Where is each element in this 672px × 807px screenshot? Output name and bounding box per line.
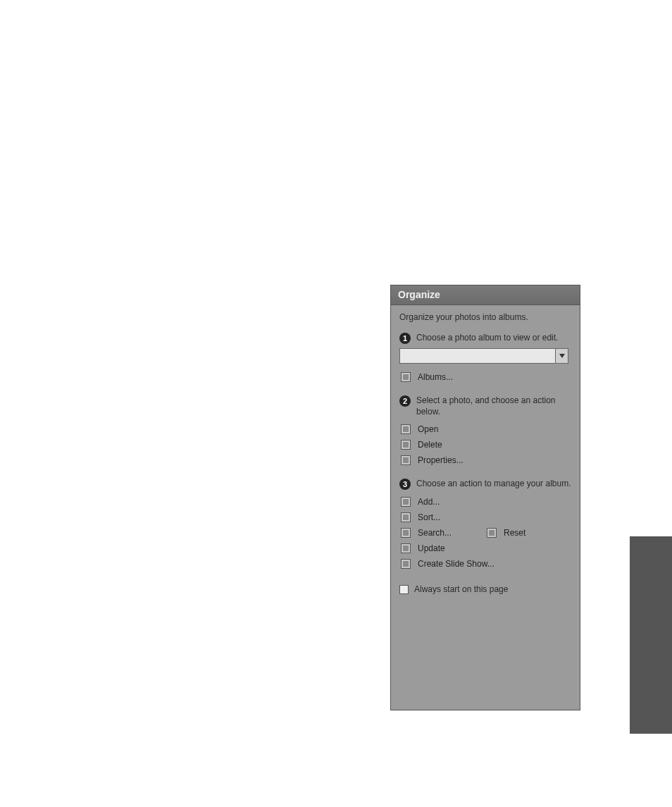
- step-1-text: Choose a photo album to view or edit.: [416, 332, 558, 343]
- chevron-down-icon: [559, 354, 565, 358]
- search-option[interactable]: Search...: [399, 525, 485, 541]
- step-2-section: 2 Select a photo, and choose an action b…: [399, 395, 571, 468]
- delete-icon: [401, 440, 411, 450]
- album-dropdown-button[interactable]: [555, 349, 568, 363]
- step-2-head: 2 Select a photo, and choose an action b…: [399, 395, 571, 417]
- search-reset-row: Search... Reset: [399, 525, 571, 541]
- step-1-head: 1 Choose a photo album to view or edit.: [399, 332, 571, 344]
- update-label: Update: [418, 543, 445, 553]
- delete-label: Delete: [418, 440, 442, 450]
- always-start-label: Always start on this page: [414, 584, 508, 594]
- step-3-number-icon: 3: [399, 479, 411, 490]
- svg-marker-2: [559, 354, 565, 358]
- step-2-number-icon: 2: [399, 395, 411, 407]
- reset-icon: [487, 528, 497, 538]
- always-start-row[interactable]: Always start on this page: [399, 584, 571, 594]
- search-label: Search...: [418, 528, 452, 538]
- open-icon: [401, 424, 411, 434]
- step-1-section: 1 Choose a photo album to view or edit. …: [399, 332, 571, 385]
- search-icon: [401, 528, 411, 538]
- panel-body: Organize your photos into albums. 1 Choo…: [391, 305, 580, 603]
- step-3-head: 3 Choose an action to manage your album.: [399, 478, 571, 490]
- album-dropdown-value: [400, 349, 555, 363]
- organize-panel: Organize Organize your photos into album…: [390, 285, 580, 710]
- step-3-section: 3 Choose an action to manage your album.…: [399, 478, 571, 572]
- albums-option[interactable]: Albums...: [399, 369, 571, 385]
- reset-option[interactable]: Reset: [485, 525, 571, 541]
- sort-label: Sort...: [418, 512, 440, 522]
- always-start-checkbox[interactable]: [399, 585, 409, 594]
- page-edge-tab: [630, 536, 672, 734]
- svg-text:1: 1: [403, 334, 407, 343]
- update-icon: [401, 543, 411, 553]
- slideshow-label: Create Slide Show...: [418, 559, 494, 569]
- open-option[interactable]: Open: [399, 421, 571, 437]
- add-label: Add...: [418, 497, 440, 507]
- album-dropdown[interactable]: [399, 348, 568, 364]
- open-label: Open: [418, 424, 438, 434]
- panel-intro: Organize your photos into albums.: [399, 312, 571, 322]
- sort-option[interactable]: Sort...: [399, 510, 571, 525]
- delete-option[interactable]: Delete: [399, 437, 571, 452]
- step-2-text: Select a photo, and choose an action bel…: [416, 395, 571, 417]
- update-option[interactable]: Update: [399, 541, 571, 556]
- step-3-text: Choose an action to manage your album.: [416, 478, 571, 489]
- svg-text:3: 3: [403, 480, 407, 488]
- add-option[interactable]: Add...: [399, 494, 571, 510]
- slideshow-icon: [401, 559, 411, 569]
- properties-option[interactable]: Properties...: [399, 452, 571, 468]
- svg-text:2: 2: [403, 397, 407, 405]
- add-icon: [401, 497, 411, 507]
- step-1-number-icon: 1: [399, 333, 411, 344]
- slideshow-option[interactable]: Create Slide Show...: [399, 556, 571, 572]
- albums-label: Albums...: [418, 372, 453, 382]
- sort-icon: [401, 512, 411, 522]
- reset-label: Reset: [504, 528, 525, 538]
- properties-label: Properties...: [418, 455, 463, 465]
- properties-icon: [401, 455, 411, 465]
- panel-title: Organize: [391, 285, 580, 305]
- albums-icon: [401, 372, 411, 382]
